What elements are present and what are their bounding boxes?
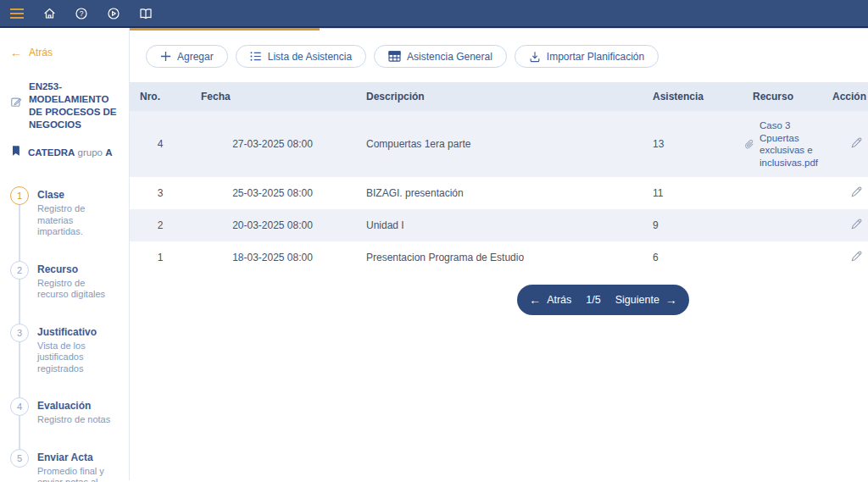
step-number-badge: 3	[10, 324, 29, 342]
table-row: 325-03-2025 08:00BIZAGI. presentación11	[130, 177, 868, 209]
pagination-prev-button[interactable]: ← Atrás	[529, 294, 571, 306]
cell-descripcion: Unidad I	[354, 219, 623, 231]
recurso-file-link[interactable]: Caso 3 Cpuertas exclusivas e inclusivas.…	[760, 119, 818, 169]
arrow-left-icon: ←	[10, 47, 22, 58]
arrow-right-icon: →	[665, 294, 677, 306]
step-number-badge: 4	[10, 397, 29, 416]
pencil-icon	[850, 136, 863, 149]
col-header-descripcion: Descripción	[354, 91, 623, 102]
table-icon	[388, 51, 401, 62]
table-row: 427-03-2025 08:00Compuertas 1era parte13…	[130, 111, 868, 177]
step-number-badge: 1	[10, 186, 29, 205]
course-title: EN253-MODELAMIENTO DE PROCESOS DE NEGOCI…	[29, 80, 120, 131]
book-button[interactable]	[137, 5, 154, 22]
cell-descripcion: BIZAGI. presentación	[354, 187, 623, 199]
toolbar: AgregarLista de AsistenciaAsistencia Gen…	[146, 45, 868, 68]
cell-descripcion: Presentacion Programa de Estudio	[354, 252, 623, 263]
svg-text:?: ?	[80, 9, 84, 18]
toolbar-button-importar-planificacion[interactable]: Importar Planificación	[515, 45, 659, 68]
import-icon	[529, 51, 541, 63]
step-subtitle: Registro de materias impartidas.	[37, 203, 115, 238]
step-subtitle: Vista de los justificados registrados	[37, 341, 115, 375]
plus-icon	[160, 51, 171, 62]
cell-asistencia: 9	[623, 219, 708, 231]
cell-fecha: 25-03-2025 08:00	[191, 187, 354, 199]
pencil-icon	[850, 250, 863, 263]
cell-recurso	[708, 217, 815, 234]
catedra-label: CATEDRA	[28, 147, 75, 158]
sidebar-step-justificativo[interactable]: 3JustificativoVista de los justificados …	[10, 324, 129, 375]
cell-asistencia: 6	[623, 252, 708, 263]
page-indicator: 1/5	[586, 294, 600, 306]
play-button[interactable]	[105, 5, 122, 22]
cell-nro: 2	[130, 219, 191, 231]
home-button[interactable]	[41, 5, 58, 22]
sidebar: ← Atrás EN253-MODELAMIENTO DE PROCESOS D…	[0, 28, 130, 480]
toolbar-button-label: Agregar	[177, 51, 214, 63]
step-title: Recurso	[37, 263, 115, 275]
cell-recurso	[708, 249, 815, 266]
step-number-badge: 5	[10, 449, 29, 468]
step-title: Evaluación	[37, 400, 115, 412]
cell-asistencia: 13	[623, 138, 708, 150]
back-label: Atrás	[29, 47, 53, 58]
cell-fecha: 18-03-2025 08:00	[191, 252, 354, 263]
cell-nro: 1	[130, 252, 191, 263]
col-header-recurso: Recurso	[708, 91, 815, 102]
cell-accion	[815, 218, 868, 233]
cell-accion	[815, 136, 868, 152]
table-row: 118-03-2025 08:00Presentacion Programa d…	[130, 241, 868, 274]
home-icon	[42, 7, 57, 20]
cell-nro: 4	[130, 138, 191, 150]
pencil-icon	[850, 218, 863, 230]
pagination-prev-label: Atrás	[547, 294, 571, 306]
toolbar-button-lista-de-asistencia[interactable]: Lista de Asistencia	[236, 45, 366, 68]
top-navbar: ?	[0, 0, 868, 28]
pagination-next-button[interactable]: Siguiente →	[615, 294, 677, 306]
edit-row-button[interactable]	[850, 136, 863, 152]
menu-button[interactable]	[8, 5, 25, 22]
course-header: EN253-MODELAMIENTO DE PROCESOS DE NEGOCI…	[10, 80, 129, 131]
edit-square-icon	[10, 96, 22, 131]
edit-row-button[interactable]	[850, 218, 863, 233]
toolbar-button-label: Importar Planificación	[547, 51, 644, 63]
cell-fecha: 20-03-2025 08:00	[191, 219, 354, 231]
sidebar-step-clase[interactable]: 1ClaseRegistro de materias impartidas.	[10, 186, 129, 238]
table-header-row: Nro.FechaDescripciónAsistenciaRecursoAcc…	[130, 82, 868, 111]
help-button[interactable]: ?	[73, 5, 90, 22]
cell-nro: 3	[130, 187, 191, 199]
menu-icon	[9, 8, 25, 19]
step-title: Enviar Acta	[37, 452, 115, 463]
edit-row-button[interactable]	[850, 250, 863, 265]
sidebar-step-evaluacion[interactable]: 4EvaluaciónRegistro de notas	[10, 397, 129, 426]
pagination-next-label: Siguiente	[615, 294, 659, 306]
classes-table: Nro.FechaDescripciónAsistenciaRecursoAcc…	[130, 82, 868, 274]
pencil-icon	[850, 186, 863, 198]
play-icon	[107, 7, 120, 20]
cell-recurso: Caso 3 Cpuertas exclusivas e inclusivas.…	[708, 111, 815, 177]
toolbar-button-label: Lista de Asistencia	[268, 51, 352, 63]
step-number-badge: 2	[10, 261, 29, 280]
pagination: ← Atrás 1/5 Siguiente →	[517, 285, 689, 315]
step-title: Clase	[37, 189, 115, 201]
catedra-row: CATEDRA grupo A	[10, 145, 129, 159]
sidebar-step-recurso[interactable]: 2RecursoRegistro de recurso digitales	[10, 261, 129, 301]
toolbar-button-agregar[interactable]: Agregar	[146, 45, 228, 68]
step-subtitle: Promedio final y enviar notas al Acta	[37, 466, 115, 482]
active-tab-indicator	[130, 28, 320, 30]
toolbar-button-asistencia-general[interactable]: Asistencia General	[374, 45, 507, 68]
catedra-group-word: grupo	[78, 147, 103, 158]
back-link[interactable]: ← Atrás	[10, 47, 129, 58]
paperclip-icon	[743, 138, 755, 151]
col-header-nro: Nro.	[130, 91, 191, 102]
arrow-left-icon: ←	[529, 294, 541, 306]
cell-asistencia: 11	[623, 187, 708, 199]
sidebar-step-enviar-acta[interactable]: 5Enviar ActaPromedio final y enviar nota…	[10, 449, 129, 482]
edit-row-button[interactable]	[850, 186, 863, 201]
table-row: 220-03-2025 08:00Unidad I9	[130, 209, 868, 241]
cell-fecha: 27-03-2025 08:00	[191, 138, 354, 150]
col-header-asistencia: Asistencia	[623, 91, 708, 102]
cell-descripcion: Compuertas 1era parte	[354, 138, 623, 150]
stepper: 1ClaseRegistro de materias impartidas.2R…	[10, 186, 129, 482]
catedra-group-letter: A	[105, 147, 112, 158]
